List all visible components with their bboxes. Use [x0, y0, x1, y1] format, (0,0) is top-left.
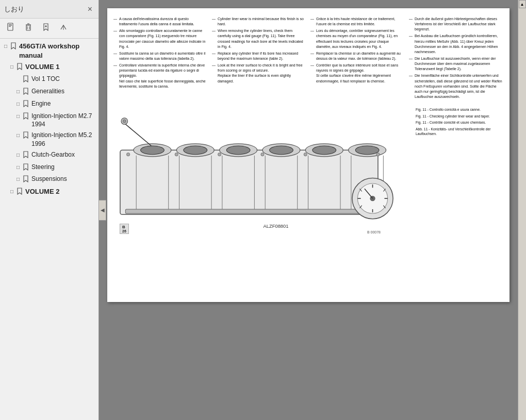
add-bookmark-button[interactable] [38, 21, 54, 36]
bullet-item: — Remplacer la chemise si un diamètre a … [310, 51, 405, 61]
sidebar-item-gen[interactable]: □Generalities [0, 86, 98, 98]
svg-line-38 [124, 123, 151, 146]
fig-caption-french: Fig. 11 - Contrôle conicité et usure che… [416, 120, 503, 125]
tree-expand-root: □ [4, 43, 9, 50]
svg-point-45 [304, 153, 307, 156]
bullet-item: — Look at the inner surface to check it … [212, 63, 306, 84]
sidebar-item-label-steering: Steering [31, 163, 55, 172]
fig-caption-english: Fig. 11 - Checking cylinder liner wear a… [416, 114, 503, 119]
tree-expand-clutch: □ [17, 152, 22, 159]
main-content: ◀ — A causa dell'elevatissima durezza di… [99, 0, 518, 420]
sidebar-item-vol1[interactable]: □VOLUME 1 [0, 61, 98, 74]
bullet-item: — Lors du démontage, contrôler soigneuse… [310, 28, 405, 49]
sidebar-item-ign2[interactable]: □Ignition-Injection M5.2 1996 [0, 130, 98, 149]
page-ref: B 00078 [367, 230, 381, 234]
bookmark-icon-vol1 [17, 63, 24, 73]
bookmark-icon-susp [23, 175, 30, 185]
svg-rect-12 [120, 150, 378, 214]
bookmark-icon-vol1toc [23, 75, 30, 85]
sidebar-item-steering[interactable]: □Steering [0, 162, 98, 174]
bullet-item: — Grâce à la très haute résistance de ce… [310, 16, 405, 27]
sidebar-tree: □456GT/A workshop manual□VOLUME 1 Vol 1 … [0, 39, 98, 420]
document-page: — A causa dell'elevatissima durezza di q… [107, 8, 509, 302]
bookmark-icon-steering [23, 163, 30, 173]
page-stamp: B 26 [120, 224, 129, 234]
tree-expand-vol2: □ [10, 188, 15, 195]
svg-rect-37 [125, 209, 372, 213]
bullet-item: — Replace any cylinder liner if its bore… [212, 51, 306, 61]
bullet-item: — When removing the cylinder liners, che… [212, 28, 306, 49]
sidebar-item-label-ign2: Ignition-Injection M5.2 1996 [31, 131, 96, 148]
svg-point-24 [355, 146, 379, 155]
column-english: — Cylinder liner wear is minimal because… [212, 16, 306, 101]
nav-icon [59, 23, 68, 34]
bookmark-icon-root [10, 42, 18, 52]
sidebar-item-vol1toc[interactable]: Vol 1 TOC [0, 74, 98, 86]
bullet-item: — Die Innenfläche einer Sichtkontrolle u… [409, 73, 503, 99]
page-icon [6, 23, 15, 34]
delete-button[interactable] [21, 21, 36, 36]
svg-rect-1 [9, 24, 12, 25]
collapse-sidebar-button[interactable]: ◀ [99, 200, 106, 221]
bookmark-icon-engine [23, 100, 30, 110]
sidebar-title: しおり [4, 5, 24, 14]
svg-point-20 [184, 146, 207, 155]
svg-point-44 [261, 153, 264, 156]
bullet-item: — Contrôler que la surface intérieure so… [310, 63, 405, 84]
tree-expand-gen: □ [17, 88, 22, 95]
sidebar-item-label-ign1: Ignition-Injection M2.7 1994 [31, 112, 96, 129]
bookmark-icon-ign1 [23, 112, 30, 122]
page-text-columns: — A causa dell'elevatissima durezza di q… [107, 8, 509, 105]
figure-captions: Fig. 11 - Controllo conicità e usura can… [416, 107, 503, 138]
svg-point-22 [270, 146, 293, 155]
svg-rect-4 [26, 25, 30, 30]
svg-point-46 [376, 153, 380, 156]
page-illustration-area: ALZF08801 [107, 105, 509, 236]
bullet-item: — Cylinder liner wear is minimal because… [212, 16, 306, 27]
illustration-label: ALZF08801 [264, 224, 289, 229]
sidebar-item-engine[interactable]: □Engine [0, 98, 98, 111]
sidebar-item-susp[interactable]: □Suspensions [0, 174, 98, 186]
sidebar-item-label-susp: Suspensions [31, 175, 67, 183]
sidebar-item-label-gen: Generalities [31, 87, 64, 96]
svg-point-42 [175, 153, 178, 156]
right-scrollbar: ▲ [518, 0, 526, 420]
sidebar-item-label-vol2: VOLUME 2 [25, 187, 59, 196]
tree-expand-susp: □ [17, 176, 22, 183]
sidebar-item-ign1[interactable]: □Ignition-Injection M2.7 1994 [0, 111, 98, 130]
page-icon-button[interactable] [3, 21, 19, 36]
fig-caption-german: Abb. 11 - Konizitäts- und Verschleißkont… [416, 127, 503, 137]
bullet-item: — Controllare visivamente la superficie … [113, 63, 208, 89]
sidebar-item-vol2[interactable]: □VOLUME 2 [0, 186, 98, 198]
sidebar-item-root[interactable]: □456GT/A workshop manual [0, 41, 98, 61]
sidebar-item-label-vol1: VOLUME 1 [25, 62, 59, 72]
sidebar-item-label-vol1toc: Vol 1 TOC [31, 75, 60, 83]
bullet-item: — Allo smontaggio controllare accuratame… [113, 28, 208, 49]
svg-point-23 [313, 146, 336, 155]
nav-button[interactable] [56, 21, 71, 36]
sidebar-item-clutch[interactable]: □Clutch-Gearbox [0, 149, 98, 162]
tree-expand-vol1: □ [10, 63, 15, 71]
sidebar: しおり × □456GT/A workshop manual□VOLUME 1 … [0, 0, 99, 420]
sidebar-toolbar [0, 19, 98, 39]
bullet-item: — Bei Ausbau die Laufbuchsen gründlich k… [409, 33, 503, 55]
bookmark-icon-vol2 [17, 188, 24, 197]
bookmark-icon-gen [23, 88, 30, 97]
sidebar-close-button[interactable]: × [86, 4, 94, 14]
engine-svg: ALZF08801 [113, 107, 412, 236]
bullet-item: — Sostituire la canna se un diametro è a… [113, 51, 208, 61]
column-italian: — A causa dell'elevatissima durezza di q… [113, 16, 208, 101]
svg-point-41 [126, 153, 129, 156]
add-bookmark-icon [41, 23, 51, 34]
tree-expand-steering: □ [17, 164, 22, 171]
bullet-item: — A causa dell'elevatissima durezza di q… [113, 16, 208, 27]
bookmark-icon-ign2 [23, 131, 30, 141]
bullet-item: — Durch die äußerst guten Härteeigenscha… [409, 16, 503, 32]
tree-expand-ign1: □ [17, 113, 22, 120]
sidebar-item-label-root: 456GT/A workshop manual [19, 42, 96, 60]
tree-expand-ign2: □ [17, 132, 22, 139]
tree-expand-engine: □ [17, 100, 22, 108]
column-french: — Grâce à la très haute résistance de ce… [310, 16, 405, 101]
page-stamp-number: 26 [122, 229, 126, 233]
scrollbar-up-button[interactable]: ▲ [519, 0, 526, 8]
